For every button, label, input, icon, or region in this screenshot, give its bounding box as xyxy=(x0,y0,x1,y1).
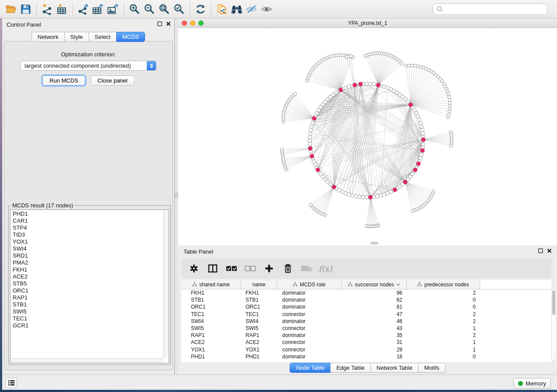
network-node[interactable] xyxy=(365,196,368,199)
table-vscroll-thumb[interactable] xyxy=(552,290,555,315)
close-panel-button[interactable]: Close panel xyxy=(90,76,135,86)
mcds-result-item[interactable]: RAP1 xyxy=(10,294,163,301)
splitter-grip[interactable] xyxy=(175,193,178,198)
network-node[interactable] xyxy=(420,153,423,156)
save-session-button[interactable] xyxy=(18,2,33,16)
network-node[interactable] xyxy=(448,104,451,107)
export-image-button[interactable] xyxy=(106,2,121,16)
tab-network-table[interactable]: Network Table xyxy=(370,363,419,373)
tab-node-table[interactable]: Node Table xyxy=(290,363,331,373)
network-node[interactable] xyxy=(419,156,422,160)
network-node[interactable] xyxy=(411,64,414,67)
network-node[interactable] xyxy=(421,132,425,135)
table-row[interactable]: TEC1TEC1connector472 xyxy=(181,311,551,318)
zoom-fit-button[interactable] xyxy=(157,2,172,16)
network-node[interactable] xyxy=(368,82,372,86)
network-node[interactable] xyxy=(294,93,297,96)
network-node[interactable] xyxy=(309,128,312,131)
network-node[interactable] xyxy=(358,195,361,199)
search-box[interactable] xyxy=(433,3,547,15)
table-row[interactable]: ORC1ORC1dominator610 xyxy=(181,303,551,310)
table-row[interactable]: STB1STB1dominator620 xyxy=(181,296,551,303)
network-node[interactable] xyxy=(310,124,313,128)
network-node[interactable] xyxy=(418,118,421,121)
network-node[interactable] xyxy=(422,142,425,146)
network-canvas[interactable] xyxy=(178,28,557,245)
delete-column-button[interactable] xyxy=(281,262,294,275)
tab-select[interactable]: Select xyxy=(89,32,117,42)
tab-edge-table[interactable]: Edge Table xyxy=(330,363,371,373)
column-header-name[interactable]: name xyxy=(241,280,277,289)
network-node[interactable] xyxy=(419,121,422,125)
share-document-button[interactable] xyxy=(214,2,229,16)
network-node[interactable] xyxy=(401,62,404,65)
network-node[interactable] xyxy=(309,203,312,206)
search-input[interactable] xyxy=(443,5,547,14)
memory-button[interactable]: Memory xyxy=(513,378,551,389)
network-node[interactable] xyxy=(347,193,351,196)
mcds-result-item[interactable]: PMA2 xyxy=(10,259,163,266)
table-row[interactable]: PHD1PHD1dominator180 xyxy=(181,353,551,360)
network-node[interactable] xyxy=(448,101,451,104)
mcds-result-item[interactable]: CAR1 xyxy=(10,217,163,224)
dominator-node[interactable] xyxy=(308,147,312,151)
optimization-criterion-dropdown[interactable]: largest connected component (undirected) xyxy=(20,61,156,71)
network-node[interactable] xyxy=(365,82,368,86)
dominator-node[interactable] xyxy=(369,195,373,199)
table-vscrollbar[interactable] xyxy=(551,289,556,360)
table-row[interactable]: ACE2ACE2connector311 xyxy=(181,339,551,346)
dominator-node[interactable] xyxy=(316,168,320,172)
network-node[interactable] xyxy=(312,160,315,163)
network-node[interactable] xyxy=(446,116,450,119)
network-node[interactable] xyxy=(448,107,451,110)
network-node[interactable] xyxy=(416,65,419,68)
network-node[interactable] xyxy=(308,142,311,146)
network-node[interactable] xyxy=(308,135,311,139)
network-node[interactable] xyxy=(413,64,416,67)
network-node[interactable] xyxy=(379,194,382,197)
mcds-list-hscrollbar[interactable] xyxy=(10,358,163,363)
network-node[interactable] xyxy=(408,64,411,67)
dominator-node[interactable] xyxy=(353,83,357,87)
dominator-node[interactable] xyxy=(359,82,363,86)
network-node[interactable] xyxy=(411,209,414,212)
hide-graphics-button[interactable] xyxy=(244,2,259,16)
import-network-button[interactable] xyxy=(40,2,55,16)
mcds-result-item[interactable]: STB1 xyxy=(10,301,163,308)
show-graphics-button[interactable] xyxy=(259,2,274,16)
network-node[interactable] xyxy=(448,96,451,99)
network-titlebar[interactable]: YPA_prune.txt_1 xyxy=(178,18,557,28)
binoculars-button[interactable] xyxy=(229,2,244,16)
dominator-node[interactable] xyxy=(393,188,397,192)
network-node[interactable] xyxy=(448,99,451,102)
dominator-node[interactable] xyxy=(332,185,336,189)
float-panel-icon[interactable] xyxy=(157,21,162,26)
mcds-result-item[interactable]: STB5 xyxy=(10,280,163,287)
mcds-result-item[interactable]: SRD1 xyxy=(10,252,163,259)
dominator-node[interactable] xyxy=(416,162,420,165)
mcds-result-item[interactable]: SWI4 xyxy=(10,245,163,252)
dominator-node[interactable] xyxy=(421,148,425,152)
deselect-all-button[interactable] xyxy=(244,262,257,275)
network-node[interactable] xyxy=(386,192,389,195)
table-row[interactable]: RAP1RAP1dominator352 xyxy=(181,332,551,339)
network-node[interactable] xyxy=(280,148,284,151)
tab-style[interactable]: Style xyxy=(64,32,89,42)
column-header-mcds-role[interactable]: MCDS role xyxy=(277,280,342,289)
import-table-button[interactable] xyxy=(55,2,69,16)
dominator-node[interactable] xyxy=(339,88,343,92)
add-column-button[interactable] xyxy=(263,262,276,275)
tab-network[interactable]: Network xyxy=(31,32,65,42)
refresh-view-button[interactable] xyxy=(193,2,208,16)
network-node[interactable] xyxy=(448,110,451,113)
show-columns-button[interactable] xyxy=(206,262,219,275)
table-row[interactable]: YOX1YOX1connector291 xyxy=(181,346,551,353)
table-row[interactable]: SWI5SWI5connector431 xyxy=(181,325,551,332)
task-history-button[interactable] xyxy=(5,378,17,388)
column-header-shared-name[interactable]: shared name xyxy=(181,280,241,289)
dominator-node[interactable] xyxy=(409,103,413,107)
zoom-in-button[interactable] xyxy=(127,2,142,16)
network-node[interactable] xyxy=(350,194,354,197)
mcds-list-vscrollbar[interactable] xyxy=(163,210,169,358)
network-node[interactable] xyxy=(450,144,453,148)
